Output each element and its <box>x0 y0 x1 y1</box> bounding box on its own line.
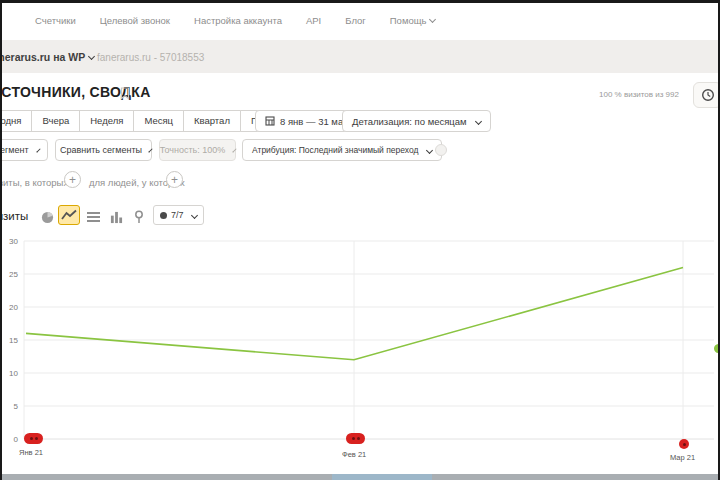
period-month[interactable]: Месяц <box>133 110 184 132</box>
help-icon[interactable] <box>435 144 447 156</box>
top-navigation: Счетчики Целевой звонок Настройка аккаун… <box>35 15 435 26</box>
chevron-down-icon <box>429 16 436 23</box>
accuracy-button[interactable]: Точность: 100% <box>159 139 236 161</box>
x-axis-label: Мар 21 <box>670 453 695 462</box>
visits-filter-label: Визиты, в которых <box>0 177 68 188</box>
period-week[interactable]: Неделя <box>79 110 134 132</box>
chevron-down-icon <box>36 148 40 152</box>
stacked-lines-icon <box>87 211 100 223</box>
add-visits-filter-button[interactable]: + <box>64 171 81 188</box>
sampling-info: 100 % визитов из 992 <box>599 90 664 99</box>
annotation-dot <box>35 437 38 440</box>
y-axis-tick: 20 <box>9 303 18 312</box>
add-people-filter-button[interactable]: + <box>166 171 183 188</box>
y-axis-tick: 25 <box>9 270 18 279</box>
map-view-button[interactable] <box>131 209 147 225</box>
nav-target-call[interactable]: Целевой звонок <box>100 15 170 26</box>
visits-line-chart[interactable]: 051015202530 Янв 21Фев 21Мар 21 <box>2 236 720 466</box>
counter-id: fanerarus.ru - 57018553 <box>97 52 204 63</box>
period-today[interactable]: Сегодня <box>0 110 32 132</box>
columns-icon <box>110 211 123 224</box>
yandex-metrica-screen: Счетчики Целевой звонок Настройка аккаун… <box>0 0 720 480</box>
segment-button[interactable]: Сегмент <box>0 139 48 161</box>
scrollbar-thumb[interactable] <box>332 474 432 480</box>
calendar-icon <box>265 116 275 126</box>
chevron-down-icon <box>190 211 197 218</box>
y-axis-tick: 15 <box>9 336 18 345</box>
attribution-button[interactable]: Атрибуция: Последний значимый переход <box>242 139 442 161</box>
y-axis-tick: 5 <box>14 402 19 411</box>
pie-chart-icon <box>41 211 54 224</box>
chevron-down-icon <box>88 53 95 60</box>
annotation-marker[interactable] <box>24 433 43 444</box>
areas-view-button[interactable] <box>85 209 101 225</box>
smoothing-window-button[interactable]: 7/7 <box>153 205 204 225</box>
pie-chart-view-button[interactable] <box>39 209 55 225</box>
clock-icon <box>701 88 715 102</box>
nav-help[interactable]: Помощь <box>390 15 436 26</box>
annotation-marker[interactable] <box>346 433 365 444</box>
period-quarter[interactable]: Квартал <box>183 110 241 132</box>
nav-api[interactable]: API <box>306 15 321 26</box>
annotation-dot <box>683 443 686 446</box>
chevron-down-icon <box>475 117 482 124</box>
nav-counters[interactable]: Счетчики <box>35 15 76 26</box>
counter-bar: fanerarus.ru на WP fanerarus.ru - 570185… <box>2 40 720 73</box>
line-chart-view-button[interactable] <box>58 205 80 225</box>
annotation-marker[interactable] <box>679 439 689 449</box>
metric-label: Визиты <box>0 210 28 222</box>
x-axis-label: Фев 21 <box>342 450 366 459</box>
chevron-down-icon <box>148 148 152 152</box>
filled-circle-icon <box>160 212 167 219</box>
annotation-dot <box>352 437 355 440</box>
chevron-down-icon <box>233 148 237 152</box>
legend-series-dot <box>714 344 720 353</box>
compare-segments-button[interactable]: Сравнить сегменты <box>55 139 152 161</box>
period-yesterday[interactable]: Вчера <box>31 110 80 132</box>
nav-blog[interactable]: Блог <box>345 15 366 26</box>
annotation-dot <box>30 437 33 440</box>
columns-view-button[interactable] <box>108 209 124 225</box>
x-axis-label: Янв 21 <box>19 448 43 457</box>
chevron-down-icon <box>426 146 433 153</box>
nav-account-settings[interactable]: Настройка аккаунта <box>194 15 282 26</box>
horizontal-scrollbar[interactable] <box>2 474 720 480</box>
y-axis-tick: 30 <box>9 237 18 246</box>
y-axis-tick: 10 <box>9 369 18 378</box>
bookmark-icon[interactable] <box>120 87 130 100</box>
annotation-dot <box>357 437 360 440</box>
map-pin-icon <box>133 210 145 224</box>
counter-selector[interactable]: fanerarus.ru на WP <box>0 51 94 63</box>
line-chart-icon <box>61 209 77 221</box>
y-axis-tick: 0 <box>14 435 19 444</box>
detalization-button[interactable]: Детализация: по месяцам <box>342 110 491 132</box>
period-selector: Сегодня Вчера Неделя Месяц Квартал Год <box>0 110 277 132</box>
sampling-settings-button[interactable] <box>693 82 720 108</box>
